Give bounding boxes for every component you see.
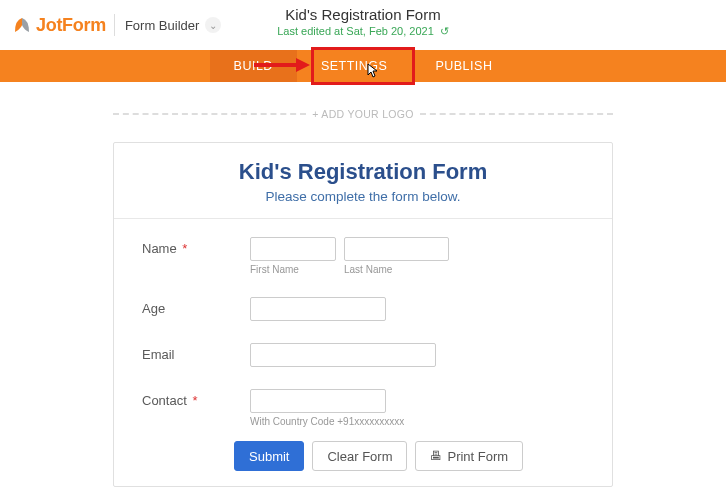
clear-button-label: Clear Form [327,449,392,464]
card-header[interactable]: Kid's Registration Form Please complete … [114,143,612,219]
contact-label: Contact * [142,389,250,408]
last-edited-row: Last edited at Sat, Feb 20, 2021 ↺ [277,25,449,38]
contact-input[interactable] [250,389,386,413]
submit-button[interactable]: Submit [234,441,304,471]
email-label: Email [142,343,250,362]
logo-text: JotForm [36,15,106,36]
clear-form-button[interactable]: Clear Form [312,441,407,471]
card-body: Name * First Name Last Name Age [114,219,612,485]
add-logo-text: + ADD YOUR LOGO [312,108,413,120]
top-bar: JotForm Form Builder ⌄ Kid's Registratio… [0,0,726,50]
tab-publish-label: PUBLISH [435,59,492,73]
dash-left [113,113,306,115]
tab-bar: BUILD SETTINGS PUBLISH [0,50,726,82]
title-block: Kid's Registration Form Last edited at S… [277,6,449,38]
age-label: Age [142,297,250,316]
name-label-text: Name [142,241,177,256]
submit-button-label: Submit [249,449,289,464]
tab-settings-label: SETTINGS [321,59,388,73]
form-card: Kid's Registration Form Please complete … [113,142,613,487]
logo-icon [12,15,32,35]
last-edited-text: Last edited at Sat, Feb 20, 2021 [277,25,434,37]
canvas: + ADD YOUR LOGO Kid's Registration Form … [0,82,726,487]
last-name-sublabel: Last Name [344,264,449,275]
tab-publish[interactable]: PUBLISH [411,50,516,82]
required-mark: * [192,393,197,408]
required-mark: * [182,241,187,256]
field-contact: Contact * With Country Code +91xxxxxxxxx… [142,389,584,427]
contact-hint: With Country Code +91xxxxxxxxxx [250,416,404,427]
name-label: Name * [142,237,250,256]
form-title[interactable]: Kid's Registration Form [277,6,449,23]
tab-build[interactable]: BUILD [210,50,297,82]
field-age: Age [142,297,584,321]
age-input[interactable] [250,297,386,321]
tab-settings[interactable]: SETTINGS [297,50,412,82]
builder-label: Form Builder [125,18,199,33]
first-name-sublabel: First Name [250,264,336,275]
print-form-button[interactable]: 🖶 Print Form [415,441,523,471]
contact-label-text: Contact [142,393,187,408]
dash-right [420,113,613,115]
field-name: Name * First Name Last Name [142,237,584,275]
card-title: Kid's Registration Form [134,159,592,185]
first-name-input[interactable] [250,237,336,261]
last-name-input[interactable] [344,237,449,261]
divider [114,14,115,36]
tab-build-label: BUILD [234,59,273,73]
card-subtitle: Please complete the form below. [134,189,592,204]
logo[interactable]: JotForm [12,15,106,36]
chevron-down-icon[interactable]: ⌄ [205,17,221,33]
print-button-label: Print Form [447,449,508,464]
button-row: Submit Clear Form 🖶 Print Form [234,441,584,471]
email-input[interactable] [250,343,436,367]
print-icon: 🖶 [430,449,442,463]
field-email: Email [142,343,584,367]
revert-icon[interactable]: ↺ [440,25,449,38]
add-logo-row[interactable]: + ADD YOUR LOGO [113,108,613,120]
